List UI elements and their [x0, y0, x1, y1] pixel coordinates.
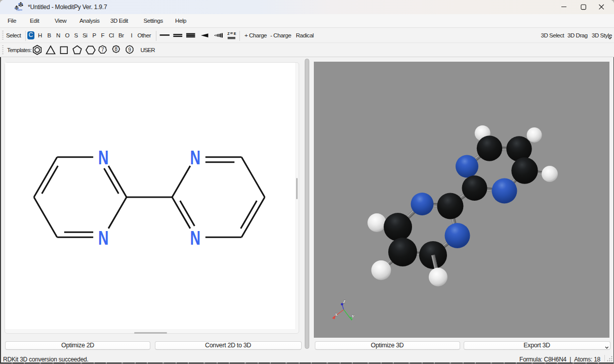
svg-text:z: z: [343, 298, 346, 304]
svg-text:N: N: [190, 147, 201, 168]
svg-text:N: N: [98, 228, 109, 249]
svg-text:x: x: [335, 311, 338, 317]
svg-text:N: N: [190, 228, 201, 249]
svg-text:Z: Z: [227, 32, 230, 35]
svg-text:8: 8: [115, 47, 118, 52]
svg-text:E: E: [234, 32, 236, 35]
svg-text:9: 9: [128, 47, 131, 53]
svg-text:7: 7: [101, 47, 104, 53]
svg-text:N: N: [98, 147, 109, 168]
svg-text:y: y: [351, 313, 354, 318]
